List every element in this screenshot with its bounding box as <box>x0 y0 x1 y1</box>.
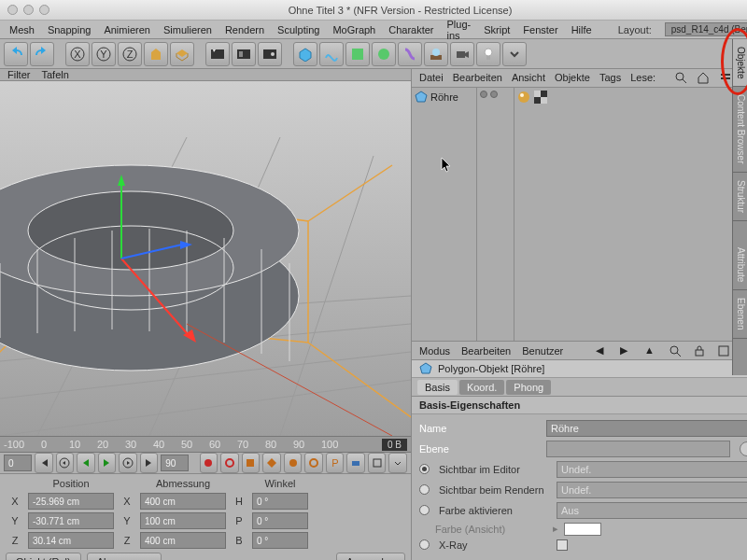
key-options-button[interactable] <box>368 453 387 473</box>
attr-layer-dropdown[interactable] <box>546 441 730 457</box>
om-home-icon[interactable] <box>697 71 710 84</box>
menu-render[interactable]: Rendern <box>225 24 264 35</box>
menu-sculpting[interactable]: Sculpting <box>277 24 319 35</box>
record-button[interactable] <box>200 453 218 473</box>
render-pv-button[interactable] <box>232 42 256 66</box>
zoom-dot[interactable] <box>39 5 49 15</box>
menu-mograph[interactable]: MoGraph <box>332 24 375 35</box>
size-y-field[interactable] <box>140 512 226 529</box>
object-visibility-column[interactable] <box>477 88 514 342</box>
goto-start-button[interactable] <box>35 453 53 473</box>
perspective-viewport[interactable] <box>0 81 411 436</box>
om-menu-objects[interactable]: Objekte <box>555 72 590 83</box>
timeline-ruler[interactable]: -100010 203040 506070 8090100 0 B <box>0 436 411 453</box>
frame-end-field[interactable] <box>161 455 189 471</box>
view-panels-menu[interactable]: Tafeln <box>41 69 68 80</box>
om-menu-view[interactable]: Ansicht <box>512 72 545 83</box>
goto-end-button[interactable] <box>140 453 159 473</box>
menu-character[interactable]: Charakter <box>388 24 433 35</box>
object-tags-column[interactable] <box>514 88 747 342</box>
add-generator-button[interactable] <box>345 42 370 66</box>
toolbar-overflow-button[interactable] <box>502 42 527 66</box>
dock-tab-structure[interactable]: Struktur <box>733 173 747 221</box>
menu-window[interactable]: Fenster <box>523 24 557 35</box>
xray-checkbox[interactable] <box>557 539 568 551</box>
phong-tag-icon[interactable] <box>517 91 530 104</box>
add-light-button[interactable] <box>476 42 500 66</box>
key-pla-button[interactable] <box>346 453 365 473</box>
size-z-field[interactable] <box>140 532 226 549</box>
am-up-icon[interactable]: ▲ <box>644 344 657 357</box>
color-enable-radio[interactable] <box>419 505 430 515</box>
menu-script[interactable]: Skript <box>484 24 510 35</box>
tab-basis[interactable]: Basis <box>417 380 458 395</box>
size-x-field[interactable] <box>140 493 226 510</box>
attr-layer-picker-icon[interactable] <box>740 441 747 456</box>
vis-render-dropdown[interactable]: Undef. <box>557 482 747 498</box>
object-manager-body[interactable]: Röhre <box>412 88 747 343</box>
key-pos-button[interactable] <box>262 453 281 473</box>
add-environment-button[interactable] <box>424 42 448 66</box>
view-filter-menu[interactable]: Filter <box>7 69 30 80</box>
coord-system-toggle[interactable] <box>144 42 168 66</box>
pos-x-field[interactable] <box>28 493 114 510</box>
step-back-button[interactable] <box>56 453 75 473</box>
om-flat-icon[interactable] <box>719 71 732 84</box>
object-tree-item[interactable]: Röhre <box>415 91 473 104</box>
render-settings-button[interactable] <box>258 42 282 66</box>
om-menu-file[interactable]: Datei <box>419 72 444 83</box>
am-lock-icon[interactable] <box>693 344 706 357</box>
minimize-dot[interactable] <box>23 5 34 15</box>
rot-b-field[interactable] <box>252 532 308 549</box>
menu-mesh[interactable]: Mesh <box>9 24 35 35</box>
coords-apply-button[interactable]: Anwenden <box>336 553 405 560</box>
step-forward-button[interactable] <box>119 453 137 473</box>
keyframe-selection-button[interactable] <box>242 453 261 473</box>
om-menu-tags[interactable]: Tags <box>599 72 621 83</box>
am-menu-edit[interactable]: Bearbeiten <box>461 345 511 357</box>
render-visibility-dot[interactable] <box>490 91 498 98</box>
menu-snapping[interactable]: Snapping <box>48 24 92 35</box>
key-rot-button[interactable] <box>304 453 323 473</box>
coords-mode-button[interactable]: Objekt (Rel) <box>6 553 81 560</box>
om-menu-edit[interactable]: Bearbeiten <box>453 72 502 83</box>
rot-h-field[interactable] <box>252 493 308 510</box>
vis-editor-dropdown[interactable]: Undef. <box>557 461 747 478</box>
add-spline-button[interactable] <box>319 42 344 66</box>
om-menu-bookmarks[interactable]: Lese: <box>630 72 655 83</box>
rot-p-field[interactable] <box>252 512 308 529</box>
attr-name-field[interactable] <box>546 420 747 437</box>
am-search-icon[interactable] <box>669 344 682 357</box>
am-new-icon[interactable] <box>717 344 730 357</box>
dock-tab-objects[interactable]: Objekte <box>733 39 747 87</box>
tab-koord[interactable]: Koord. <box>459 380 504 395</box>
axis-x-toggle[interactable]: X <box>65 42 90 66</box>
key-more-button[interactable] <box>388 453 407 473</box>
redo-button[interactable] <box>30 42 54 66</box>
editor-visibility-dot[interactable] <box>480 91 487 98</box>
key-param-button[interactable]: P <box>326 453 345 473</box>
tab-phong[interactable]: Phong <box>506 380 551 395</box>
dock-tab-attribute[interactable]: Attribute <box>733 240 747 290</box>
texture-tag-icon[interactable] <box>534 91 547 104</box>
pos-z-field[interactable] <box>28 532 114 549</box>
undo-button[interactable] <box>4 42 28 66</box>
add-camera-button[interactable] <box>450 42 474 66</box>
modeling-axis-button[interactable] <box>170 42 194 66</box>
autokey-button[interactable] <box>220 453 239 473</box>
am-fwd-icon[interactable]: ▶ <box>620 344 633 357</box>
om-search-icon[interactable] <box>674 71 687 84</box>
am-menu-user[interactable]: Benutzer <box>522 345 563 357</box>
menu-animate[interactable]: Animieren <box>104 24 150 35</box>
key-scale-button[interactable] <box>284 453 303 473</box>
close-dot[interactable] <box>7 5 18 15</box>
color-view-swatch[interactable] <box>564 523 601 536</box>
play-reverse-button[interactable] <box>77 453 95 473</box>
object-tree[interactable]: Röhre <box>412 88 477 342</box>
vis-editor-radio[interactable] <box>419 464 430 474</box>
add-primitive-button[interactable] <box>293 42 317 66</box>
axis-z-toggle[interactable]: Z <box>118 42 142 66</box>
color-enable-dropdown[interactable]: Aus <box>557 502 747 519</box>
am-menu-mode[interactable]: Modus <box>419 345 450 357</box>
menu-help[interactable]: Hilfe <box>571 24 592 35</box>
